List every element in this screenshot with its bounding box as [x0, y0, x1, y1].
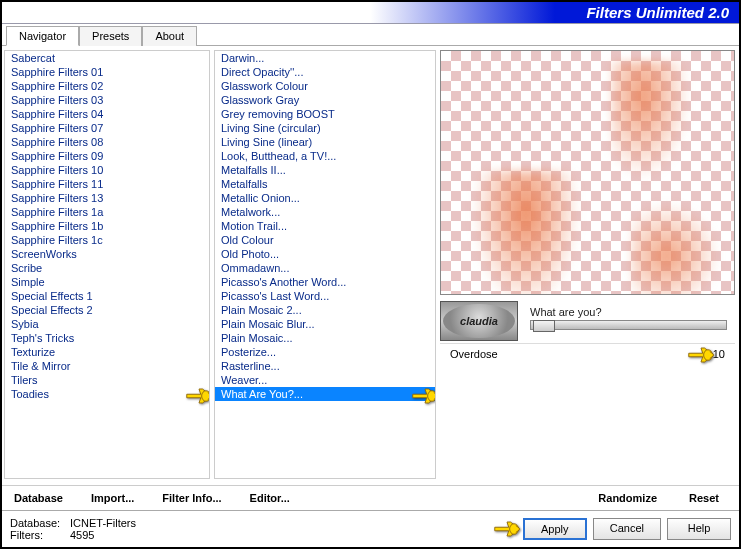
app-title: Filters Unlimited 2.0	[586, 4, 729, 21]
tab-about[interactable]: About	[142, 26, 197, 46]
list-item[interactable]: Texturize	[5, 345, 209, 359]
list-item[interactable]: Motion Trail...	[215, 219, 435, 233]
list-item[interactable]: Plain Mosaic...	[215, 331, 435, 345]
list-item[interactable]: Metallic Onion...	[215, 191, 435, 205]
list-item[interactable]: Weaver...	[215, 373, 435, 387]
list-item[interactable]: Sapphire Filters 08	[5, 135, 209, 149]
tab-presets[interactable]: Presets	[79, 26, 142, 46]
pointer-hand-icon	[687, 344, 715, 366]
tab-navigator[interactable]: Navigator	[6, 26, 79, 46]
list-item[interactable]: Glasswork Colour	[215, 79, 435, 93]
list-item[interactable]: Metalfalls	[215, 177, 435, 191]
list-item[interactable]: Tilers	[5, 373, 209, 387]
param-value: 10	[713, 348, 725, 360]
list-item[interactable]: Tile & Mirror	[5, 359, 209, 373]
list-item[interactable]: Ommadawn...	[215, 261, 435, 275]
list-item[interactable]: Posterize...	[215, 345, 435, 359]
list-item[interactable]: Grey removing BOOST	[215, 107, 435, 121]
filter-list[interactable]: Darwin...Direct Opacity''...Glasswork Co…	[215, 51, 435, 478]
list-item[interactable]: Sapphire Filters 03	[5, 93, 209, 107]
import-button[interactable]: Import...	[87, 490, 138, 506]
status-info: Database:ICNET-Filters Filters:4595	[10, 517, 136, 541]
list-item[interactable]: Sabercat	[5, 51, 209, 65]
tab-strip: Navigator Presets About	[2, 25, 739, 45]
list-item[interactable]: Toadies	[5, 387, 209, 401]
list-item[interactable]: Simple	[5, 275, 209, 289]
reset-button[interactable]: Reset	[685, 490, 723, 506]
list-item[interactable]: Picasso's Last Word...	[215, 289, 435, 303]
list-item[interactable]: Picasso's Another Word...	[215, 275, 435, 289]
list-item[interactable]: Scribe	[5, 261, 209, 275]
list-item[interactable]: Look, Butthead, a TV!...	[215, 149, 435, 163]
list-item[interactable]: Direct Opacity''...	[215, 65, 435, 79]
list-item[interactable]: Living Sine (circular)	[215, 121, 435, 135]
list-item[interactable]: Sapphire Filters 1a	[5, 205, 209, 219]
list-item[interactable]: Metalwork...	[215, 205, 435, 219]
pointer-hand-icon	[185, 385, 209, 407]
parameters-panel: claudia What are you? Overdose 10	[440, 297, 735, 479]
list-item[interactable]: Plain Mosaic Blur...	[215, 317, 435, 331]
list-item[interactable]: Metalfalls II...	[215, 163, 435, 177]
watermark-logo: claudia	[440, 301, 518, 341]
param-label: Overdose	[450, 348, 498, 360]
randomize-button[interactable]: Randomize	[594, 490, 661, 506]
list-item[interactable]: Sapphire Filters 10	[5, 163, 209, 177]
list-item[interactable]: Teph's Tricks	[5, 331, 209, 345]
database-button[interactable]: Database	[10, 490, 67, 506]
list-item[interactable]: Sybia	[5, 317, 209, 331]
pointer-hand-icon	[493, 518, 521, 540]
list-item[interactable]: Old Colour	[215, 233, 435, 247]
preview-image	[440, 50, 735, 295]
list-item[interactable]: Sapphire Filters 1c	[5, 233, 209, 247]
list-item[interactable]: Sapphire Filters 09	[5, 149, 209, 163]
filterinfo-button[interactable]: Filter Info...	[158, 490, 225, 506]
list-item[interactable]: Old Photo...	[215, 247, 435, 261]
list-item[interactable]: Living Sine (linear)	[215, 135, 435, 149]
list-item[interactable]: Special Effects 1	[5, 289, 209, 303]
list-item[interactable]: Special Effects 2	[5, 303, 209, 317]
title-slider[interactable]	[530, 320, 727, 330]
list-item[interactable]: Sapphire Filters 02	[5, 79, 209, 93]
apply-button[interactable]: Apply	[523, 518, 587, 540]
list-item[interactable]: Sapphire Filters 01	[5, 65, 209, 79]
list-item[interactable]: What Are You?...	[215, 387, 435, 401]
list-item[interactable]: Plain Mosaic 2...	[215, 303, 435, 317]
list-item[interactable]: Sapphire Filters 04	[5, 107, 209, 121]
list-item[interactable]: Glasswork Gray	[215, 93, 435, 107]
cancel-button[interactable]: Cancel	[593, 518, 661, 540]
help-button[interactable]: Help	[667, 518, 731, 540]
list-item[interactable]: Sapphire Filters 1b	[5, 219, 209, 233]
list-item[interactable]: ScreenWorks	[5, 247, 209, 261]
list-item[interactable]: Sapphire Filters 13	[5, 191, 209, 205]
list-item[interactable]: Sapphire Filters 11	[5, 177, 209, 191]
filter-title: What are you?	[522, 304, 735, 320]
editor-button[interactable]: Editor...	[246, 490, 294, 506]
title-bar: Filters Unlimited 2.0	[2, 2, 739, 24]
list-item[interactable]: Sapphire Filters 07	[5, 121, 209, 135]
list-item[interactable]: Rasterline...	[215, 359, 435, 373]
pointer-hand-icon	[411, 385, 435, 407]
list-item[interactable]: Darwin...	[215, 51, 435, 65]
category-list[interactable]: SabercatSapphire Filters 01Sapphire Filt…	[5, 51, 209, 478]
